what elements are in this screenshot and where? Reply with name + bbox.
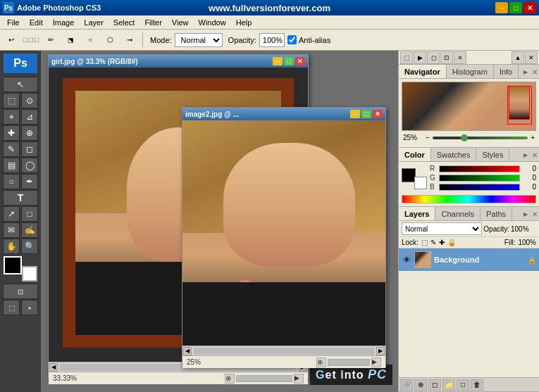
foreground-color[interactable] bbox=[4, 256, 22, 274]
right-tool-4[interactable]: ⊡ bbox=[440, 51, 453, 64]
right-panel-menu[interactable]: ▲ bbox=[512, 51, 524, 64]
maximize-button[interactable]: □ bbox=[509, 2, 522, 13]
doc-img2-minimize[interactable]: ─ bbox=[350, 110, 360, 118]
zoom-plus-icon[interactable]: + bbox=[531, 134, 535, 141]
tool-zoom[interactable]: 🔍 bbox=[21, 239, 38, 254]
layers-mask-btn[interactable]: ◻ bbox=[428, 379, 441, 391]
tool-std-mode[interactable]: ⬚ bbox=[3, 300, 20, 315]
zoom-minus-icon[interactable]: − bbox=[426, 134, 430, 141]
toolbar-btn-3[interactable]: ✏ bbox=[42, 32, 59, 49]
tool-shape[interactable]: □ bbox=[21, 206, 38, 222]
toolbar-btn-5[interactable]: ○ bbox=[82, 32, 99, 49]
layer-visibility-icon[interactable]: 👁 bbox=[402, 255, 411, 265]
b-slider[interactable] bbox=[439, 184, 520, 191]
layers-new-btn[interactable]: □ bbox=[457, 379, 469, 391]
background-color[interactable] bbox=[22, 266, 37, 282]
tool-blur[interactable]: ◯ bbox=[21, 158, 38, 173]
navigator-menu-btn[interactable]: ▶ bbox=[523, 68, 528, 75]
doc-img2-maximize[interactable]: □ bbox=[361, 110, 371, 118]
doc-girl-controls[interactable]: ─ □ ✕ bbox=[273, 57, 305, 65]
menu-select[interactable]: Select bbox=[109, 17, 140, 28]
tab-swatches[interactable]: Swatches bbox=[431, 148, 477, 161]
tool-erase[interactable]: ◻ bbox=[21, 141, 38, 157]
layers-effects-btn[interactable]: ⊕ bbox=[414, 379, 427, 391]
right-tool-5[interactable]: ≡ bbox=[454, 51, 466, 64]
color-spectrum[interactable] bbox=[402, 195, 536, 203]
tool-pen[interactable]: ✒ bbox=[21, 174, 38, 189]
tool-brush[interactable]: ✎ bbox=[3, 141, 20, 157]
anti-alias-label[interactable]: Anti-alias bbox=[287, 35, 330, 44]
title-bar-controls[interactable]: ─ □ ✕ bbox=[495, 2, 536, 13]
doc-girl-minimize[interactable]: ─ bbox=[273, 57, 283, 65]
layers-mode-select[interactable]: Normal Multiply bbox=[402, 222, 482, 235]
lock-all-icon[interactable]: 🔒 bbox=[447, 239, 456, 246]
tool-move[interactable]: ↖ bbox=[3, 77, 38, 92]
tool-lasso[interactable]: ⊙ bbox=[21, 93, 38, 108]
mode-select[interactable]: Normal Multiply Screen bbox=[175, 33, 223, 47]
toolbar-btn-4[interactable]: ⬔ bbox=[62, 32, 79, 49]
menu-help[interactable]: Help bbox=[232, 17, 256, 28]
tool-eyedrop[interactable]: ✍ bbox=[21, 222, 38, 238]
opacity-input[interactable] bbox=[259, 33, 285, 47]
layers-link-btn[interactable]: 🔗 bbox=[400, 379, 413, 391]
tool-stamp[interactable]: ⊕ bbox=[21, 125, 38, 141]
tab-paths[interactable]: Paths bbox=[481, 207, 512, 220]
tool-fill[interactable]: ▤ bbox=[3, 158, 20, 173]
tab-navigator[interactable]: Navigator bbox=[399, 65, 447, 78]
img2-nav-btn[interactable]: ⊕ bbox=[316, 358, 326, 367]
tool-slice[interactable]: ⊿ bbox=[21, 109, 38, 125]
toolbar-btn-1[interactable]: ↩ bbox=[3, 32, 20, 49]
right-tool-3[interactable]: ◻ bbox=[427, 51, 440, 64]
zoom-thumb[interactable] bbox=[461, 134, 468, 141]
layers-group-btn[interactable]: 📁 bbox=[442, 379, 455, 391]
tool-heal[interactable]: ✚ bbox=[3, 125, 20, 141]
tab-styles[interactable]: Styles bbox=[476, 148, 509, 161]
tool-fs-mode[interactable]: ▪ bbox=[21, 300, 38, 315]
layers-delete-btn[interactable]: 🗑 bbox=[471, 379, 483, 391]
img2-scroll-left[interactable]: ◀ bbox=[183, 347, 192, 355]
tool-text[interactable]: T bbox=[3, 190, 38, 206]
zoom-slider[interactable] bbox=[433, 137, 528, 139]
tool-dodge[interactable]: ○ bbox=[3, 174, 20, 189]
menu-file[interactable]: File bbox=[3, 17, 24, 28]
close-button[interactable]: ✕ bbox=[523, 2, 536, 13]
tool-rect-select[interactable]: ⬚ bbox=[3, 93, 20, 108]
toolbar-btn-7[interactable]: ⇝ bbox=[121, 32, 138, 49]
color-close-btn[interactable]: ✕ bbox=[532, 151, 538, 158]
tab-channels[interactable]: Channels bbox=[435, 207, 480, 220]
g-slider[interactable] bbox=[439, 175, 520, 182]
doc-img2-controls[interactable]: ─ □ ✕ bbox=[350, 110, 383, 118]
tool-notes[interactable]: ✉ bbox=[3, 222, 20, 238]
img2-scroll-right[interactable]: ▶ bbox=[376, 347, 385, 355]
right-panel-close[interactable]: ✕ bbox=[525, 51, 538, 64]
img2-h-scroll[interactable] bbox=[194, 348, 374, 355]
tab-layers[interactable]: Layers bbox=[399, 207, 435, 220]
tab-color[interactable]: Color bbox=[399, 148, 431, 161]
menu-filter[interactable]: Filter bbox=[140, 17, 166, 28]
bg-swatch[interactable] bbox=[414, 177, 427, 189]
minimize-button[interactable]: ─ bbox=[495, 2, 508, 13]
layers-close-btn[interactable]: ✕ bbox=[532, 210, 538, 217]
navigator-close-btn[interactable]: ✕ bbox=[532, 68, 538, 75]
tab-histogram[interactable]: Histogram bbox=[447, 65, 494, 78]
fg-swatch[interactable] bbox=[402, 168, 416, 182]
img2-arrow-btn[interactable]: ▶ bbox=[371, 358, 381, 367]
lock-move-icon[interactable]: ✚ bbox=[439, 239, 445, 246]
menu-view[interactable]: View bbox=[168, 17, 193, 28]
document-image2[interactable]: image2.jpg @ ... ─ □ ✕ bbox=[182, 107, 386, 367]
tool-quickmask[interactable]: ⊡ bbox=[3, 284, 38, 299]
layers-menu-btn[interactable]: ▶ bbox=[523, 210, 528, 217]
menu-window[interactable]: Window bbox=[194, 17, 230, 28]
right-tool-1[interactable]: ⬚ bbox=[400, 51, 413, 64]
lock-brush-icon[interactable]: ✎ bbox=[430, 239, 436, 246]
doc-img2-close[interactable]: ✕ bbox=[373, 110, 383, 118]
doc-girl-maximize[interactable]: □ bbox=[284, 57, 294, 65]
doc-girl-close[interactable]: ✕ bbox=[295, 57, 305, 65]
menu-layer[interactable]: Layer bbox=[80, 17, 108, 28]
doc-girl-nav-btn[interactable]: ⊕ bbox=[225, 374, 235, 384]
scroll-left-btn[interactable]: ◀ bbox=[49, 363, 58, 372]
menu-edit[interactable]: Edit bbox=[25, 17, 47, 28]
toolbar-btn-2[interactable]: ⬚⬚⬚ bbox=[23, 32, 39, 49]
anti-alias-checkbox[interactable] bbox=[287, 35, 297, 44]
right-tool-2[interactable]: ▶ bbox=[414, 51, 426, 64]
